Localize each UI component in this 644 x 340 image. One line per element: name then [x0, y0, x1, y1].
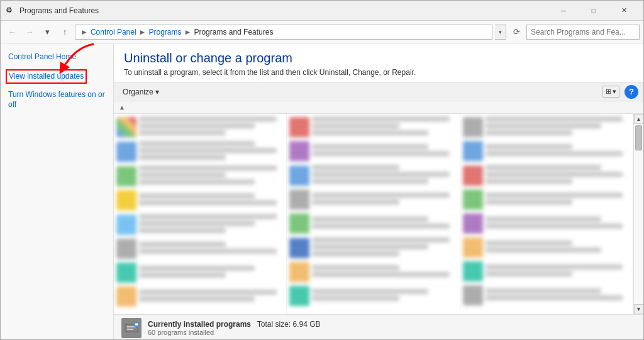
list-item[interactable] — [289, 213, 457, 234]
search-input[interactable] — [526, 25, 640, 40]
list-item[interactable] — [289, 190, 457, 210]
view-chevron-icon: ▾ — [613, 88, 616, 96]
left-panel: Control Panel Home View installed update… — [1, 43, 114, 340]
program-column-1 — [114, 114, 287, 314]
list-item[interactable] — [116, 286, 284, 307]
scrollbar: ▲ ▼ — [633, 114, 643, 314]
toolbar: Organize ▾ ⊞ ▾ ? — [114, 82, 643, 101]
page-title: Uninstall or change a program — [124, 51, 633, 65]
status-count: 60 programs installed — [148, 329, 321, 336]
status-total-size: Total size: 6.94 GB — [257, 320, 321, 329]
breadcrumb-bar[interactable]: ► Control Panel ► Programs ► Programs an… — [75, 25, 492, 40]
window-title: Programs and Features — [19, 6, 549, 15]
control-panel-home-link[interactable]: Control Panel Home — [6, 50, 108, 64]
list-item[interactable] — [289, 165, 457, 186]
list-item[interactable] — [289, 141, 457, 161]
list-item[interactable] — [116, 263, 284, 283]
status-label: Currently installed programs — [148, 320, 251, 329]
scroll-thumb[interactable] — [635, 125, 642, 150]
right-content: Uninstall or change a program To uninsta… — [114, 43, 643, 340]
window-controls: ─ □ ✕ — [549, 1, 638, 21]
list-item[interactable] — [289, 116, 457, 137]
dropdown-button[interactable]: ▾ — [40, 25, 55, 40]
list-item[interactable] — [463, 165, 630, 186]
list-item[interactable] — [463, 237, 630, 258]
list-item[interactable] — [289, 237, 457, 258]
sort-chevron-icon: ▲ — [119, 104, 125, 111]
breadcrumb-current: Programs and Features — [194, 28, 273, 37]
list-item[interactable] — [463, 213, 630, 234]
maximize-button[interactable]: □ — [579, 1, 608, 21]
address-bar: ← → ▾ ↑ ► Control Panel ► Programs ► Pro… — [1, 21, 643, 43]
list-item[interactable] — [116, 166, 284, 186]
forward-button[interactable]: → — [22, 25, 37, 40]
scroll-track[interactable] — [634, 124, 643, 304]
program-column-2 — [287, 114, 460, 314]
svg-rect-3 — [127, 329, 133, 330]
address-chevron[interactable]: ▾ — [495, 25, 506, 40]
organize-button[interactable]: Organize ▾ — [119, 86, 163, 98]
help-button[interactable]: ? — [625, 85, 638, 99]
list-item[interactable] — [289, 262, 457, 282]
svg-rect-7 — [135, 326, 138, 326]
main-layout: Control Panel Home View installed update… — [1, 43, 643, 340]
refresh-button[interactable]: ⟳ — [509, 25, 524, 40]
turn-windows-features-link[interactable]: Turn Windows features on or off — [6, 88, 108, 113]
list-item[interactable] — [116, 141, 284, 162]
page-description: To uninstall a program, select it from t… — [124, 68, 633, 77]
list-item[interactable] — [463, 261, 630, 281]
programs-icon — [124, 320, 139, 336]
program-column-3 — [460, 114, 633, 314]
svg-rect-6 — [135, 324, 138, 325]
program-list: ▲ ▼ — [114, 114, 643, 314]
status-bar: Currently installed programs Total size:… — [114, 314, 643, 340]
status-text-block: Currently installed programs Total size:… — [148, 320, 321, 336]
list-item[interactable] — [463, 190, 630, 210]
app-icon: ⚙ — [6, 6, 16, 16]
content-header: Uninstall or change a program To uninsta… — [114, 43, 643, 82]
list-item[interactable] — [289, 286, 457, 306]
list-item[interactable] — [116, 214, 284, 235]
minimize-button[interactable]: ─ — [549, 1, 578, 21]
scroll-down-button[interactable]: ▼ — [634, 304, 644, 314]
scroll-up-button[interactable]: ▲ — [634, 114, 644, 124]
list-item[interactable] — [116, 239, 284, 259]
view-installed-updates-link[interactable]: View installed updates — [6, 69, 87, 84]
program-list-content — [114, 114, 633, 314]
view-button[interactable]: ⊞ ▾ — [602, 86, 619, 98]
sort-header: ▲ — [114, 101, 643, 114]
organize-chevron-icon: ▾ — [155, 88, 159, 96]
status-main-text: Currently installed programs Total size:… — [148, 320, 321, 329]
organize-label: Organize — [123, 88, 153, 96]
breadcrumb-programs[interactable]: Programs — [149, 28, 182, 37]
list-item[interactable] — [463, 141, 630, 161]
title-bar: ⚙ Programs and Features ─ □ ✕ — [1, 1, 643, 21]
blurred-program-grid — [114, 114, 633, 314]
status-icon — [121, 318, 142, 338]
back-button[interactable]: ← — [4, 25, 19, 40]
list-item[interactable] — [463, 285, 630, 305]
up-button[interactable]: ↑ — [57, 25, 72, 40]
svg-rect-5 — [135, 323, 138, 324]
list-item[interactable] — [463, 116, 630, 137]
list-item[interactable] — [116, 116, 284, 137]
breadcrumb-item-cp: ► — [80, 28, 88, 37]
view-grid-icon: ⊞ — [606, 88, 611, 96]
breadcrumb-controlpanel[interactable]: Control Panel — [91, 28, 136, 37]
list-item[interactable] — [116, 190, 284, 210]
close-button[interactable]: ✕ — [609, 1, 638, 21]
